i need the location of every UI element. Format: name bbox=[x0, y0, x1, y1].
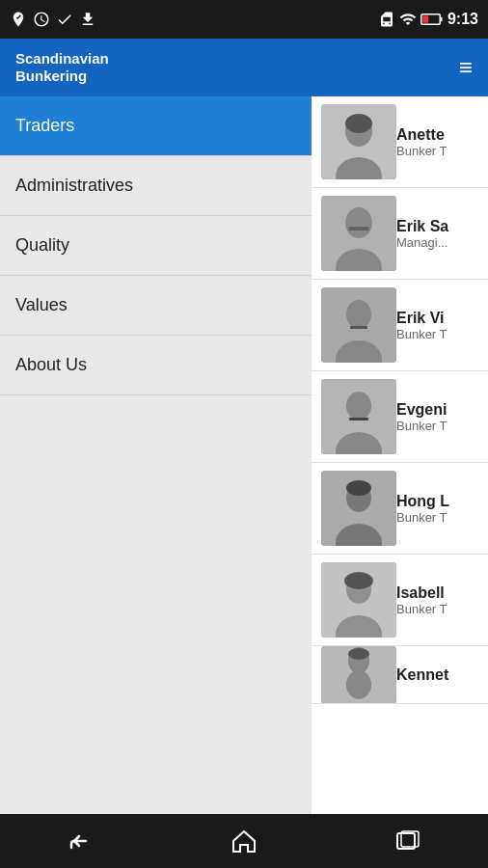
person-list: Anette Bunker T Erik Sa Managi... bbox=[312, 96, 488, 814]
person-info-kennet: Kennet bbox=[396, 666, 478, 684]
bottom-bar bbox=[0, 814, 488, 868]
svg-point-12 bbox=[346, 300, 371, 329]
battery-icon bbox=[420, 11, 444, 28]
main-content: Traders Administratives Quality Values A… bbox=[0, 96, 488, 814]
back-button[interactable] bbox=[52, 822, 110, 860]
person-item-kennet[interactable]: Kennet bbox=[312, 646, 488, 704]
svg-rect-2 bbox=[422, 15, 428, 23]
sidebar-item-traders[interactable]: Traders bbox=[0, 96, 312, 156]
recent-apps-button[interactable] bbox=[378, 822, 436, 860]
clock-icon bbox=[33, 11, 50, 28]
person-role-erik-vi: Bunker T bbox=[396, 327, 478, 341]
home-button[interactable] bbox=[215, 822, 273, 860]
svg-point-28 bbox=[346, 670, 371, 699]
svg-point-22 bbox=[346, 480, 371, 496]
sidebar-item-quality[interactable]: Quality bbox=[0, 216, 312, 276]
download-icon bbox=[79, 11, 96, 28]
back-arrow-icon bbox=[67, 829, 95, 853]
person-silhouette-evgeni bbox=[321, 379, 396, 454]
svg-rect-18 bbox=[349, 418, 368, 420]
person-role-evgeni: Bunker T bbox=[396, 419, 478, 433]
avatar-kennet bbox=[321, 646, 396, 704]
sidebar-item-about-us[interactable]: About Us bbox=[0, 336, 312, 395]
person-item-hong-l[interactable]: Hong L Bunker T bbox=[312, 463, 488, 555]
sim-icon bbox=[378, 11, 395, 28]
svg-rect-14 bbox=[350, 326, 367, 329]
svg-point-16 bbox=[346, 392, 371, 420]
sidebar-item-values[interactable]: Values bbox=[0, 276, 312, 336]
svg-rect-10 bbox=[348, 227, 369, 231]
person-info-isabell: Isabell Bunker T bbox=[396, 584, 478, 616]
home-icon bbox=[230, 828, 258, 854]
hamburger-menu-button[interactable]: ≡ bbox=[459, 54, 473, 81]
svg-rect-1 bbox=[440, 17, 442, 22]
avatar-erik-sa bbox=[321, 196, 396, 271]
person-info-erik-sa: Erik Sa Managi... bbox=[396, 218, 478, 250]
sidebar: Traders Administratives Quality Values A… bbox=[0, 96, 312, 814]
person-name-anette: Anette bbox=[396, 126, 478, 144]
person-info-hong-l: Hong L Bunker T bbox=[396, 493, 478, 525]
svg-point-6 bbox=[345, 114, 372, 133]
person-item-isabell[interactable]: Isabell Bunker T bbox=[312, 555, 488, 646]
avatar-anette bbox=[321, 104, 396, 179]
person-name-hong-l: Hong L bbox=[396, 493, 478, 510]
recent-apps-icon bbox=[393, 829, 420, 853]
avatar-erik-vi bbox=[321, 287, 396, 363]
alarm-check-icon bbox=[10, 11, 27, 28]
person-role-erik-sa: Managi... bbox=[396, 235, 478, 250]
person-silhouette-anette bbox=[321, 104, 396, 179]
status-time: 9:13 bbox=[447, 11, 478, 28]
person-role-hong-l: Bunker T bbox=[396, 510, 478, 525]
person-item-erik-vi[interactable]: Erik Vi Bunker T bbox=[312, 280, 488, 371]
person-silhouette-hong-l bbox=[321, 471, 396, 546]
person-info-anette: Anette Bunker T bbox=[396, 126, 478, 158]
status-icons-left bbox=[10, 11, 96, 28]
status-bar: 9:13 bbox=[0, 0, 488, 39]
person-silhouette-erik-vi bbox=[321, 287, 396, 363]
person-item-erik-sa[interactable]: Erik Sa Managi... bbox=[312, 188, 488, 280]
person-role-anette: Bunker T bbox=[396, 144, 478, 158]
person-silhouette-erik-sa bbox=[321, 196, 396, 271]
person-role-isabell: Bunker T bbox=[396, 602, 478, 616]
check-badge-icon bbox=[56, 11, 73, 28]
svg-point-8 bbox=[345, 207, 372, 238]
person-name-evgeni: Evgeni bbox=[396, 401, 478, 419]
status-icons-right: 9:13 bbox=[378, 11, 478, 28]
person-item-evgeni[interactable]: Evgeni Bunker T bbox=[312, 371, 488, 463]
app-bar: Scandinavian Bunkering ≡ bbox=[0, 39, 488, 96]
person-name-erik-sa: Erik Sa bbox=[396, 218, 478, 235]
sidebar-item-administratives[interactable]: Administratives bbox=[0, 156, 312, 216]
svg-point-26 bbox=[344, 572, 373, 589]
app-title: Scandinavian Bunkering bbox=[15, 50, 109, 85]
person-name-isabell: Isabell bbox=[396, 584, 478, 602]
person-info-erik-vi: Erik Vi Bunker T bbox=[396, 310, 478, 341]
avatar-hong-l bbox=[321, 471, 396, 546]
avatar-isabell bbox=[321, 562, 396, 637]
signal-icon bbox=[399, 11, 417, 28]
person-silhouette-isabell bbox=[321, 562, 396, 637]
person-name-kennet: Kennet bbox=[396, 666, 478, 684]
person-silhouette-kennet bbox=[321, 646, 396, 704]
person-info-evgeni: Evgeni Bunker T bbox=[396, 401, 478, 433]
person-item-anette[interactable]: Anette Bunker T bbox=[312, 96, 488, 188]
svg-point-30 bbox=[348, 648, 369, 660]
person-name-erik-vi: Erik Vi bbox=[396, 310, 478, 327]
avatar-evgeni bbox=[321, 379, 396, 454]
